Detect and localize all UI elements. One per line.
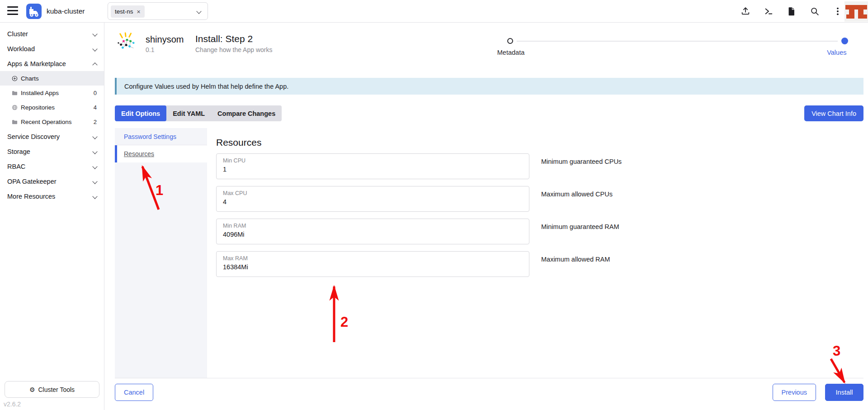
hamburger-menu-icon[interactable]: [7, 6, 19, 16]
kubectl-shell-icon[interactable]: [764, 6, 774, 16]
corner-brand-logo: [844, 1, 868, 22]
chevron-down-icon: [92, 31, 97, 36]
wizard-footer: Cancel Previous Install: [115, 384, 863, 402]
gear-icon: ⚙: [29, 386, 35, 393]
sidebar-group-rbac[interactable]: RBAC: [0, 159, 104, 174]
min-cpu-input[interactable]: [223, 166, 523, 173]
sidebar-item-recent-operations[interactable]: Recent Operations 2: [0, 114, 104, 129]
max-ram-input[interactable]: [223, 263, 523, 271]
min-cpu-field[interactable]: Min CPU: [216, 153, 529, 179]
max-ram-description: Maximum allowed RAM: [541, 256, 610, 263]
namespace-chip-label: test-ns: [115, 8, 133, 15]
sidebar-group-label: Cluster: [7, 30, 28, 38]
pi-logo-icon: [844, 1, 868, 22]
namespace-filter-select[interactable]: test-ns ×: [108, 2, 208, 20]
toolbar-icons: [741, 0, 843, 23]
chevron-down-icon: [92, 194, 97, 199]
max-cpu-input[interactable]: [223, 198, 523, 205]
item-count-badge: 4: [94, 104, 97, 111]
form-row-min-ram: Min RAM Minimum guaranteed RAM: [216, 219, 622, 244]
top-bar: kuba-cluster test-ns ×: [0, 0, 868, 23]
section-resources[interactable]: Resources: [115, 145, 207, 162]
sidebar-group-more-resources[interactable]: More Resources: [0, 189, 104, 204]
item-count-badge: 2: [94, 119, 97, 125]
min-ram-field[interactable]: Min RAM: [216, 219, 529, 244]
sidebar-group-storage[interactable]: Storage: [0, 144, 104, 159]
step-metadata-indicator[interactable]: [507, 38, 513, 44]
tab-compare-changes[interactable]: Compare Changes: [211, 105, 282, 121]
section-password-settings[interactable]: Password Settings: [115, 128, 207, 145]
resources-form: Min CPU Minimum guaranteed CPUs Max CPU …: [216, 153, 622, 284]
info-banner-text: Configure Values used by Helm that help …: [124, 83, 288, 90]
sidebar-group-workload[interactable]: Workload: [0, 41, 104, 56]
upload-icon[interactable]: [741, 6, 750, 16]
app-version-text: v2.6.2: [4, 400, 21, 408]
sidebar-group-cluster[interactable]: Cluster: [0, 26, 104, 41]
max-cpu-description: Maximum allowed CPUs: [541, 191, 613, 198]
sidebar-group-label: Service Discovery: [7, 133, 60, 140]
step-values-indicator[interactable]: [841, 38, 848, 44]
footer-divider: [115, 378, 863, 378]
sidebar-group-label: RBAC: [7, 163, 25, 170]
form-row-max-ram: Max RAM Maximum allowed RAM: [216, 251, 622, 277]
main-content: shinysom 0.1 Install: Step 2 Change how …: [105, 23, 868, 410]
cluster-sidebar: Cluster Workload Apps & Marketplace Char…: [0, 23, 104, 410]
kubeconfig-file-icon[interactable]: [787, 6, 797, 16]
max-ram-field[interactable]: Max RAM: [216, 251, 529, 277]
chevron-down-icon: [92, 134, 97, 139]
form-row-min-cpu: Min CPU Minimum guaranteed CPUs: [216, 153, 622, 179]
min-ram-input[interactable]: [223, 231, 523, 238]
sidebar-group-label: OPA Gatekeeper: [7, 178, 57, 185]
view-chart-info-button[interactable]: View Chart Info: [804, 105, 863, 121]
chevron-down-icon: [196, 9, 201, 14]
min-cpu-description: Minimum guaranteed CPUs: [541, 158, 622, 165]
sidebar-item-charts[interactable]: Charts: [0, 71, 104, 86]
edit-mode-tabs: Edit Options Edit YAML Compare Changes V…: [115, 105, 863, 121]
globe-icon: [12, 105, 18, 110]
max-cpu-label: Max CPU: [223, 190, 523, 196]
sidebar-item-label: Repositories: [21, 104, 55, 111]
chevron-down-icon: [92, 164, 97, 169]
tab-edit-yaml[interactable]: Edit YAML: [166, 105, 211, 121]
circle-plus-icon: [12, 76, 18, 81]
sidebar-group-apps-marketplace[interactable]: Apps & Marketplace: [0, 56, 104, 71]
sidebar-group-opa-gatekeeper[interactable]: OPA Gatekeeper: [0, 174, 104, 189]
rancher-logo-icon[interactable]: [26, 4, 42, 19]
max-ram-label: Max RAM: [223, 255, 523, 262]
chart-name: shinysom: [146, 34, 184, 45]
namespace-chip[interactable]: test-ns ×: [111, 5, 145, 18]
stepper-connector: [517, 41, 838, 42]
chevron-up-icon: [92, 62, 97, 67]
chevron-down-icon: [92, 46, 97, 51]
chart-app-icon: [118, 32, 137, 51]
page-title: Install: Step 2: [195, 33, 272, 44]
tab-edit-options[interactable]: Edit Options: [115, 105, 166, 121]
min-ram-label: Min RAM: [223, 223, 523, 229]
sidebar-item-installed-apps[interactable]: Installed Apps 0: [0, 86, 104, 100]
previous-button[interactable]: Previous: [773, 384, 816, 401]
remove-namespace-icon[interactable]: ×: [137, 8, 141, 15]
min-ram-description: Minimum guaranteed RAM: [541, 223, 619, 230]
form-row-max-cpu: Max CPU Maximum allowed CPUs: [216, 186, 622, 212]
search-icon[interactable]: [810, 6, 820, 16]
folder-icon: [12, 119, 18, 125]
step-metadata-label[interactable]: Metadata: [497, 49, 524, 56]
chart-version: 0.1: [146, 46, 184, 53]
kebab-menu-icon[interactable]: [833, 6, 843, 16]
min-cpu-label: Min CPU: [223, 157, 523, 164]
step-values-label[interactable]: Values: [827, 49, 846, 56]
install-button[interactable]: Install: [825, 384, 863, 401]
chevron-down-icon: [92, 149, 97, 154]
values-section-nav: Password Settings Resources: [115, 128, 207, 378]
sidebar-group-label: More Resources: [7, 193, 55, 200]
sidebar-item-repositories[interactable]: Repositories 4: [0, 100, 104, 114]
cluster-name: kuba-cluster: [47, 7, 85, 15]
cluster-tools-button[interactable]: ⚙ Cluster Tools: [5, 381, 99, 398]
sidebar-group-service-discovery[interactable]: Service Discovery: [0, 129, 104, 144]
folder-icon: [12, 90, 18, 96]
page-subtitle: Change how the App works: [195, 46, 272, 53]
max-cpu-field[interactable]: Max CPU: [216, 186, 529, 212]
sidebar-group-label: Apps & Marketplace: [7, 60, 66, 67]
item-count-badge: 0: [94, 90, 97, 96]
cancel-button[interactable]: Cancel: [115, 384, 153, 401]
